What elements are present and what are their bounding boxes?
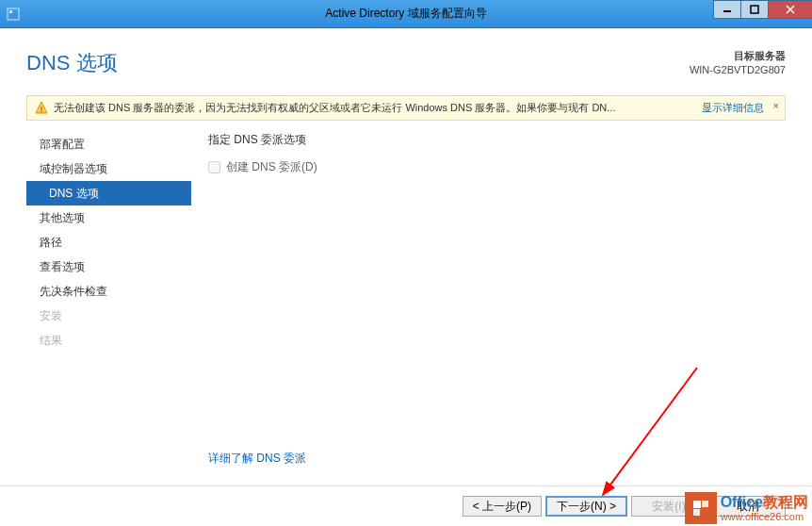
create-dns-delegation-row[interactable]: 创建 DNS 委派(D) (208, 159, 786, 175)
close-button[interactable] (768, 0, 812, 19)
create-dns-delegation-checkbox[interactable] (208, 161, 220, 173)
maximize-button[interactable] (740, 0, 769, 19)
cancel-button[interactable]: 取消 (710, 496, 786, 517)
app-icon (6, 7, 21, 22)
prev-button[interactable]: < 上一步(P) (463, 496, 542, 517)
titlebar: Active Directory 域服务配置向导 (0, 0, 812, 28)
target-server-info: 目标服务器 WIN-G2BVTD2G807 (690, 49, 786, 78)
wizard-content: DNS 选项 目标服务器 WIN-G2BVTD2G807 ! 无法创建该 DNS… (0, 28, 812, 526)
sidebar-item-install: 安装 (26, 304, 191, 328)
header-area: DNS 选项 目标服务器 WIN-G2BVTD2G807 (0, 28, 812, 95)
target-server-value: WIN-G2BVTD2G807 (690, 63, 786, 77)
page-title: DNS 选项 (26, 49, 118, 77)
learn-more-link[interactable]: 详细了解 DNS 委派 (208, 451, 786, 467)
sidebar-item-review-options[interactable]: 查看选项 (26, 255, 191, 279)
wizard-sidebar: 部署配置 域控制器选项 DNS 选项 其他选项 路径 查看选项 先决条件检查 安… (26, 128, 191, 485)
svg-rect-3 (751, 6, 758, 13)
warning-details-link[interactable]: 显示详细信息 (702, 101, 764, 115)
sidebar-item-dns-options[interactable]: DNS 选项 (26, 181, 191, 205)
window-title: Active Directory 域服务配置向导 (325, 6, 486, 22)
sidebar-item-dc-options[interactable]: 域控制器选项 (26, 156, 191, 181)
main-pane: 指定 DNS 委派选项 创建 DNS 委派(D) 详细了解 DNS 委派 (191, 128, 786, 485)
section-label: 指定 DNS 委派选项 (208, 132, 786, 148)
window-controls (713, 0, 812, 19)
svg-rect-0 (8, 8, 19, 20)
create-dns-delegation-label: 创建 DNS 委派(D) (226, 159, 317, 175)
warning-bar: ! 无法创建该 DNS 服务器的委派，因为无法找到有权威的父区域或者它未运行 W… (26, 95, 786, 121)
sidebar-item-paths[interactable]: 路径 (26, 230, 191, 255)
svg-text:!: ! (41, 105, 43, 114)
button-row: < 上一步(P) 下一步(N) > 安装(I) 取消 (0, 485, 812, 526)
warning-close-icon[interactable]: × (773, 100, 779, 111)
sidebar-item-deploy-config[interactable]: 部署配置 (26, 132, 191, 156)
target-server-label: 目标服务器 (690, 49, 786, 63)
sidebar-item-prereq-check[interactable]: 先决条件检查 (26, 279, 191, 304)
next-button[interactable]: 下一步(N) > (545, 496, 627, 517)
svg-rect-1 (9, 10, 12, 13)
body-row: 部署配置 域控制器选项 DNS 选项 其他选项 路径 查看选项 先决条件检查 安… (0, 128, 812, 485)
install-button: 安装(I) (631, 496, 706, 517)
minimize-button[interactable] (713, 0, 741, 19)
sidebar-item-results: 结果 (26, 328, 191, 353)
sidebar-item-other-options[interactable]: 其他选项 (26, 205, 191, 230)
warning-icon: ! (35, 101, 48, 114)
warning-text: 无法创建该 DNS 服务器的委派，因为无法找到有权威的父区域或者它未运行 Win… (54, 101, 696, 115)
